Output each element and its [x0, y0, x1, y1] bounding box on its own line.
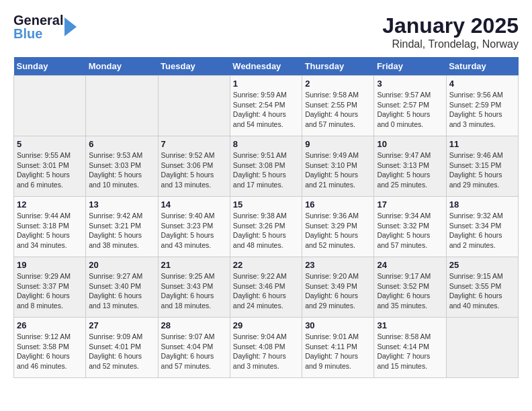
calendar-cell — [158, 76, 230, 136]
calendar-cell: 18Sunrise: 9:32 AM Sunset: 3:34 PM Dayli… — [446, 197, 518, 257]
calendar-cell: 16Sunrise: 9:36 AM Sunset: 3:29 PM Dayli… — [302, 197, 374, 257]
day-number: 10 — [377, 139, 443, 149]
calendar-cell: 11Sunrise: 9:46 AM Sunset: 3:15 PM Dayli… — [446, 136, 518, 197]
logo-triangle-icon — [64, 16, 77, 38]
weekday-header-thursday: Thursday — [302, 57, 374, 76]
day-detail: Sunrise: 9:29 AM Sunset: 3:37 PM Dayligh… — [17, 271, 83, 311]
calendar-cell: 27Sunrise: 9:09 AM Sunset: 4:01 PM Dayli… — [86, 318, 158, 378]
weekday-header-tuesday: Tuesday — [158, 57, 230, 76]
calendar-cell: 29Sunrise: 9:04 AM Sunset: 4:08 PM Dayli… — [230, 318, 302, 378]
day-detail: Sunrise: 9:42 AM Sunset: 3:21 PM Dayligh… — [89, 211, 154, 250]
calendar-cell: 23Sunrise: 9:20 AM Sunset: 3:49 PM Dayli… — [302, 257, 374, 318]
calendar-cell: 2Sunrise: 9:58 AM Sunset: 2:55 PM Daylig… — [302, 76, 374, 136]
day-detail: Sunrise: 9:36 AM Sunset: 3:29 PM Dayligh… — [305, 211, 371, 250]
calendar-cell: 22Sunrise: 9:22 AM Sunset: 3:46 PM Dayli… — [230, 257, 302, 318]
calendar-week-row: 5Sunrise: 9:55 AM Sunset: 3:01 PM Daylig… — [14, 136, 519, 197]
day-detail: Sunrise: 9:15 AM Sunset: 3:55 PM Dayligh… — [449, 271, 515, 311]
day-detail: Sunrise: 9:49 AM Sunset: 3:10 PM Dayligh… — [305, 150, 371, 190]
day-detail: Sunrise: 9:25 AM Sunset: 3:43 PM Dayligh… — [161, 271, 227, 311]
day-detail: Sunrise: 9:34 AM Sunset: 3:32 PM Dayligh… — [377, 211, 443, 250]
day-number: 13 — [89, 199, 154, 210]
day-number: 8 — [233, 139, 299, 149]
day-number: 6 — [89, 139, 154, 149]
day-detail: Sunrise: 8:58 AM Sunset: 4:14 PM Dayligh… — [377, 332, 443, 371]
calendar-cell: 5Sunrise: 9:55 AM Sunset: 3:01 PM Daylig… — [14, 136, 86, 197]
day-detail: Sunrise: 9:44 AM Sunset: 3:18 PM Dayligh… — [17, 211, 83, 250]
calendar-cell: 26Sunrise: 9:12 AM Sunset: 3:58 PM Dayli… — [14, 318, 86, 378]
day-detail: Sunrise: 9:01 AM Sunset: 4:11 PM Dayligh… — [305, 332, 371, 371]
weekday-header-friday: Friday — [374, 57, 446, 76]
calendar-cell: 6Sunrise: 9:53 AM Sunset: 3:03 PM Daylig… — [86, 136, 158, 197]
day-detail: Sunrise: 9:27 AM Sunset: 3:40 PM Dayligh… — [89, 271, 154, 311]
day-number: 16 — [305, 199, 371, 210]
day-detail: Sunrise: 9:17 AM Sunset: 3:52 PM Dayligh… — [377, 271, 443, 311]
calendar-week-row: 12Sunrise: 9:44 AM Sunset: 3:18 PM Dayli… — [14, 197, 519, 257]
day-detail: Sunrise: 9:46 AM Sunset: 3:15 PM Dayligh… — [449, 150, 515, 190]
day-detail: Sunrise: 9:57 AM Sunset: 2:57 PM Dayligh… — [377, 90, 443, 130]
calendar-cell: 20Sunrise: 9:27 AM Sunset: 3:40 PM Dayli… — [86, 257, 158, 318]
calendar-cell: 7Sunrise: 9:52 AM Sunset: 3:06 PM Daylig… — [158, 136, 230, 197]
weekday-header-saturday: Saturday — [446, 57, 518, 76]
calendar-cell: 1Sunrise: 9:59 AM Sunset: 2:54 PM Daylig… — [230, 76, 302, 136]
calendar-cell: 9Sunrise: 9:49 AM Sunset: 3:10 PM Daylig… — [302, 136, 374, 197]
day-detail: Sunrise: 9:58 AM Sunset: 2:55 PM Dayligh… — [305, 90, 371, 130]
calendar-cell: 19Sunrise: 9:29 AM Sunset: 3:37 PM Dayli… — [14, 257, 86, 318]
weekday-header-wednesday: Wednesday — [230, 57, 302, 76]
day-number: 27 — [89, 320, 154, 330]
page-subtitle: Rindal, Trondelag, Norway — [382, 38, 519, 50]
day-detail: Sunrise: 9:07 AM Sunset: 4:04 PM Dayligh… — [161, 332, 227, 371]
day-number: 31 — [377, 320, 443, 330]
calendar-week-row: 19Sunrise: 9:29 AM Sunset: 3:37 PM Dayli… — [14, 257, 519, 318]
calendar-cell: 13Sunrise: 9:42 AM Sunset: 3:21 PM Dayli… — [86, 197, 158, 257]
day-detail: Sunrise: 9:53 AM Sunset: 3:03 PM Dayligh… — [89, 150, 154, 190]
calendar-cell: 17Sunrise: 9:34 AM Sunset: 3:32 PM Dayli… — [374, 197, 446, 257]
day-number: 25 — [449, 260, 515, 270]
day-number: 3 — [377, 79, 443, 89]
day-number: 23 — [305, 260, 371, 270]
day-number: 20 — [89, 260, 154, 270]
calendar-cell — [86, 76, 158, 136]
day-number: 9 — [305, 139, 371, 149]
day-number: 4 — [449, 79, 515, 89]
calendar-cell: 30Sunrise: 9:01 AM Sunset: 4:11 PM Dayli… — [302, 318, 374, 378]
day-number: 28 — [161, 320, 227, 330]
day-detail: Sunrise: 9:38 AM Sunset: 3:26 PM Dayligh… — [233, 211, 299, 250]
day-number: 12 — [17, 199, 83, 210]
day-number: 18 — [449, 199, 515, 210]
calendar-cell: 15Sunrise: 9:38 AM Sunset: 3:26 PM Dayli… — [230, 197, 302, 257]
calendar-cell: 12Sunrise: 9:44 AM Sunset: 3:18 PM Dayli… — [14, 197, 86, 257]
day-number: 17 — [377, 199, 443, 210]
calendar-cell: 24Sunrise: 9:17 AM Sunset: 3:52 PM Dayli… — [374, 257, 446, 318]
day-detail: Sunrise: 9:12 AM Sunset: 3:58 PM Dayligh… — [17, 332, 83, 371]
day-detail: Sunrise: 9:59 AM Sunset: 2:54 PM Dayligh… — [233, 90, 299, 130]
calendar-week-row: 1Sunrise: 9:59 AM Sunset: 2:54 PM Daylig… — [14, 76, 519, 136]
day-number: 14 — [161, 199, 227, 210]
calendar-cell: 4Sunrise: 9:56 AM Sunset: 2:59 PM Daylig… — [446, 76, 518, 136]
calendar-cell: 25Sunrise: 9:15 AM Sunset: 3:55 PM Dayli… — [446, 257, 518, 318]
calendar-cell: 10Sunrise: 9:47 AM Sunset: 3:13 PM Dayli… — [374, 136, 446, 197]
calendar-cell — [446, 318, 518, 378]
day-number: 15 — [233, 199, 299, 210]
day-detail: Sunrise: 9:40 AM Sunset: 3:23 PM Dayligh… — [161, 211, 227, 250]
logo-general: General — [13, 13, 63, 27]
day-detail: Sunrise: 9:55 AM Sunset: 3:01 PM Dayligh… — [17, 150, 83, 190]
day-number: 29 — [233, 320, 299, 330]
calendar-cell: 21Sunrise: 9:25 AM Sunset: 3:43 PM Dayli… — [158, 257, 230, 318]
day-detail: Sunrise: 9:51 AM Sunset: 3:08 PM Dayligh… — [233, 150, 299, 190]
day-detail: Sunrise: 9:04 AM Sunset: 4:08 PM Dayligh… — [233, 332, 299, 371]
calendar-cell: 8Sunrise: 9:51 AM Sunset: 3:08 PM Daylig… — [230, 136, 302, 197]
day-number: 19 — [17, 260, 83, 270]
weekday-header-sunday: Sunday — [14, 57, 86, 76]
calendar-table: SundayMondayTuesdayWednesdayThursdayFrid… — [13, 57, 519, 378]
day-number: 26 — [17, 320, 83, 330]
day-number: 11 — [449, 139, 515, 149]
day-detail: Sunrise: 9:20 AM Sunset: 3:49 PM Dayligh… — [305, 271, 371, 311]
logo-blue: Blue — [13, 27, 42, 40]
day-number: 7 — [161, 139, 227, 149]
calendar-week-row: 26Sunrise: 9:12 AM Sunset: 3:58 PM Dayli… — [14, 318, 519, 378]
day-number: 21 — [161, 260, 227, 270]
page-header: General Blue January 2025 Rindal, Tronde… — [13, 13, 519, 50]
day-number: 30 — [305, 320, 371, 330]
day-number: 1 — [233, 79, 299, 89]
day-number: 2 — [305, 79, 371, 89]
